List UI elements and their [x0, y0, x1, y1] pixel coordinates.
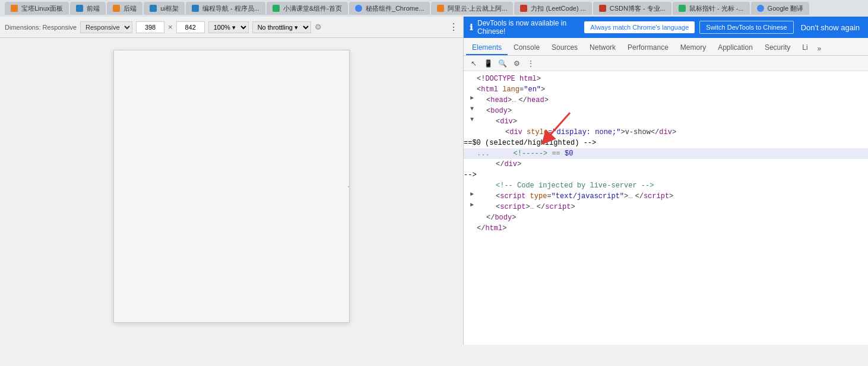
- tab-xiaoman[interactable]: 小满课堂&组件-首页: [267, 2, 348, 15]
- width-input[interactable]: [136, 21, 164, 33]
- expand-icon: [468, 74, 476, 81]
- code-line-head[interactable]: ► <head> … </head>: [464, 95, 868, 106]
- tab-label: 力扣 (LeetCode) ...: [531, 4, 585, 13]
- tab-li[interactable]: Li: [796, 41, 813, 55]
- devtools-responsive-toolbar: Dimensions: Responsive Responsive × 100%…: [0, 17, 463, 38]
- collapsed-dots: …: [530, 202, 534, 212]
- tab-favicon: [192, 5, 199, 12]
- tab-network[interactable]: Network: [584, 41, 622, 55]
- dismiss-button[interactable]: Don't show again: [799, 23, 862, 32]
- edit-icon[interactable]: ⚙: [315, 23, 322, 31]
- tab-label: 编程导航 - 程序员...: [202, 4, 259, 13]
- code-line-body-close: </body>: [464, 212, 868, 223]
- tab-favicon: [757, 5, 764, 12]
- tab-programmingnav[interactable]: 编程导航 - 程序员...: [186, 2, 265, 15]
- expand-icon: [468, 84, 476, 91]
- tab-label: 小满课堂&组件-首页: [283, 4, 342, 13]
- resize-dots-icon: ||: [348, 186, 350, 186]
- tab-leetcode[interactable]: 力扣 (LeetCode) ...: [514, 2, 591, 15]
- more-button[interactable]: ⋮: [524, 57, 537, 70]
- tab-favicon: [355, 5, 362, 12]
- more-tabs-button[interactable]: »: [814, 42, 825, 55]
- code-line-html-close: </html>: [464, 223, 868, 234]
- collapsed-dots: …: [628, 191, 632, 202]
- dimensions-select[interactable]: Responsive: [80, 21, 132, 33]
- collapse-icon[interactable]: ▼: [468, 116, 476, 123]
- tab-aliyun[interactable]: 阿里云·上云就上阿...: [431, 2, 513, 15]
- code-line-doctype: <!DOCTYPE html>: [464, 74, 868, 84]
- tab-label: CSDN博客 - 专业...: [610, 4, 666, 13]
- devtools-tabs: Elements Console Sources Network Perform…: [464, 38, 868, 56]
- tab-elements[interactable]: Elements: [466, 41, 508, 55]
- throttle-select[interactable]: No throttling ▾: [252, 21, 311, 33]
- switch-devtools-button[interactable]: Switch DevTools to Chinese: [699, 21, 793, 34]
- device-frame-area: ||: [0, 38, 463, 345]
- expand-icon[interactable]: ►: [468, 95, 476, 102]
- tab-favicon: [599, 5, 606, 12]
- tab-baota[interactable]: 宝塔Linux面板: [5, 2, 69, 15]
- expand-icon: [468, 159, 476, 166]
- expand-icon[interactable]: ►: [468, 202, 476, 209]
- tab-label: ui框架: [160, 4, 179, 13]
- tab-favicon: [11, 5, 18, 12]
- tab-memory[interactable]: Memory: [674, 41, 712, 55]
- code-line-comment-selected[interactable]: ... <!-----> == $0: [464, 148, 868, 159]
- tab-googletranslate[interactable]: Google 翻译: [751, 2, 810, 15]
- height-input[interactable]: [176, 21, 205, 33]
- code-line-div-vshow: <div style="display: none;"> v-show </di…: [464, 127, 868, 138]
- code-line-body-open[interactable]: ▼ <body>: [464, 106, 868, 116]
- tab-console[interactable]: Console: [508, 41, 546, 55]
- code-line-html: <html lang="en">: [464, 84, 868, 95]
- tab-favicon: [150, 5, 157, 12]
- tab-sources[interactable]: Sources: [546, 41, 584, 55]
- zoom-select[interactable]: 100% ▾: [208, 21, 249, 33]
- info-message: DevTools is now available in Chinese!: [477, 19, 579, 36]
- tab-label: 鼠标指针 - 光标 -...: [689, 4, 744, 13]
- device-content: [114, 50, 349, 322]
- expand-icon[interactable]: ►: [468, 191, 476, 198]
- tab-security[interactable]: Security: [759, 41, 796, 55]
- devtools-panel: ℹ DevTools is now available in Chinese! …: [463, 17, 868, 345]
- tab-label: Google 翻译: [768, 4, 804, 13]
- cursor-select-button[interactable]: ↖: [467, 57, 480, 70]
- collapsed-dots: …: [512, 95, 516, 106]
- tab-ui[interactable]: ui框架: [144, 2, 185, 15]
- code-line-div-open[interactable]: ▼ <div>: [464, 116, 868, 127]
- device-frame: ||: [113, 50, 350, 323]
- main-area: Dimensions: Responsive Responsive × 100%…: [0, 17, 868, 345]
- search-button[interactable]: 🔍: [496, 57, 509, 70]
- code-line-script1[interactable]: ► <script type="text/javascript"> … </sc…: [464, 191, 868, 202]
- tab-misearch[interactable]: 秘搭组件_Chrome...: [349, 2, 430, 15]
- resize-handle[interactable]: ||: [349, 174, 350, 198]
- tab-favicon: [679, 5, 686, 12]
- expand-icon: [468, 127, 476, 134]
- tab-frontend[interactable]: 前端: [70, 2, 106, 15]
- collapse-icon[interactable]: ▼: [468, 106, 476, 113]
- toolbar-more-button[interactable]: ⋮: [449, 21, 458, 33]
- always-match-button[interactable]: Always match Chrome's language: [584, 21, 695, 33]
- three-dots[interactable]: ...: [477, 148, 490, 159]
- tab-strip: 宝塔Linux面板 前端 后端 ui框架 编程导航 - 程序员... 小满课堂&…: [5, 2, 863, 15]
- code-line-script2[interactable]: ► <script> … </script>: [464, 202, 868, 212]
- settings-button[interactable]: ⚙: [510, 57, 523, 70]
- expand-icon: [468, 148, 476, 155]
- expand-icon: [468, 223, 476, 230]
- tab-favicon: [113, 5, 120, 12]
- dimensions-label: Dimensions: Responsive: [5, 24, 77, 31]
- tab-label: 后端: [123, 4, 137, 13]
- tab-csdn[interactable]: CSDN博客 - 专业...: [593, 2, 671, 15]
- tab-favicon: [76, 5, 83, 12]
- browser-tab-bar: 宝塔Linux面板 前端 后端 ui框架 编程导航 - 程序员... 小满课堂&…: [0, 0, 868, 17]
- tab-backend[interactable]: 后端: [107, 2, 142, 15]
- tab-label: 前端: [87, 4, 100, 13]
- tab-cursor[interactable]: 鼠标指针 - 光标 -...: [673, 2, 750, 15]
- device-toggle-button[interactable]: 📱: [481, 57, 495, 70]
- expand-icon: [468, 212, 476, 219]
- tab-performance[interactable]: Performance: [622, 41, 674, 55]
- expand-icon: [468, 180, 476, 187]
- html-code-area[interactable]: <!DOCTYPE html> <html lang="en"> ► <head…: [464, 71, 868, 345]
- tab-application[interactable]: Application: [712, 41, 759, 55]
- tab-favicon: [437, 5, 444, 12]
- code-line-div-close: </div>: [464, 159, 868, 170]
- viewport-panel: Dimensions: Responsive Responsive × 100%…: [0, 17, 463, 345]
